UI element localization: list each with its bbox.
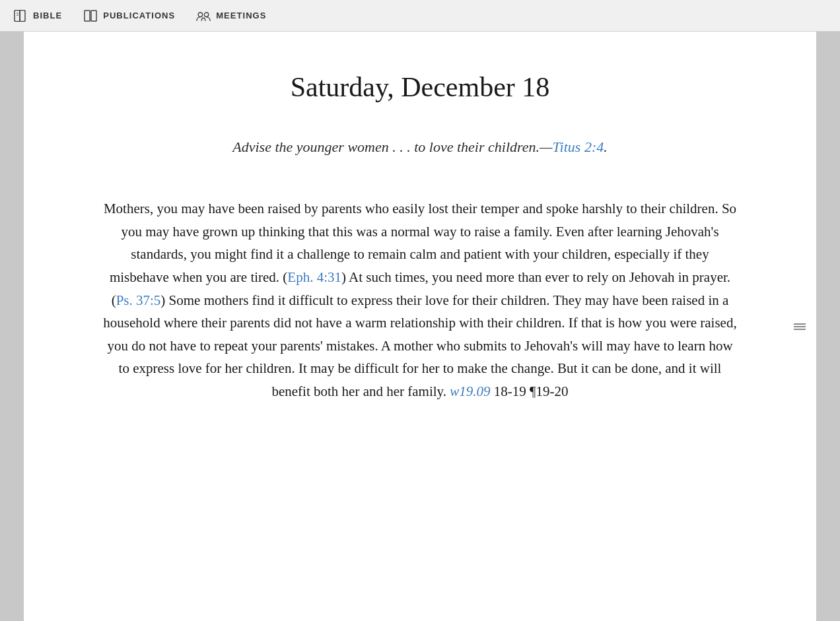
- scripture-quote: Advise the younger women . . . to love t…: [103, 136, 737, 158]
- citation-italic: w19.09: [450, 383, 490, 399]
- body-text-after: ) Some mothers find it difficult to expr…: [103, 292, 736, 400]
- meetings-icon: [196, 9, 211, 23]
- publications-icon: [83, 9, 98, 23]
- page: Saturday, December 18 Advise the younger…: [24, 32, 816, 621]
- ps-link[interactable]: Ps. 37:5: [116, 292, 161, 308]
- svg-point-3: [205, 12, 209, 16]
- nav-bible[interactable]: BIBLE: [13, 9, 62, 23]
- svg-point-2: [198, 12, 202, 16]
- content-wrapper: Saturday, December 18 Advise the younger…: [0, 32, 840, 621]
- svg-rect-0: [85, 11, 90, 21]
- scripture-ref-link[interactable]: Titus 2:4: [553, 139, 604, 155]
- scroll-indicator: [794, 322, 806, 331]
- page-title: Saturday, December 18: [103, 71, 737, 103]
- scripture-before: Advise the younger women . . . to love t…: [232, 139, 552, 155]
- nav-bar: BIBLE PUBLICATIONS MEETINGS: [0, 0, 840, 32]
- scripture-after: .: [604, 139, 608, 155]
- bible-label: BIBLE: [33, 11, 62, 20]
- body-paragraph: Mothers, you may have been raised by par…: [103, 197, 737, 403]
- meetings-label: MEETINGS: [216, 11, 266, 20]
- bible-icon: [13, 9, 28, 23]
- nav-publications[interactable]: PUBLICATIONS: [83, 9, 175, 23]
- svg-rect-1: [91, 11, 96, 21]
- nav-meetings[interactable]: MEETINGS: [196, 9, 266, 23]
- publications-label: PUBLICATIONS: [103, 11, 175, 20]
- scroll-lines: [794, 322, 806, 331]
- eph-link[interactable]: Eph. 4:31: [287, 269, 341, 285]
- citation-regular: 18-19 ¶19-20: [494, 383, 569, 399]
